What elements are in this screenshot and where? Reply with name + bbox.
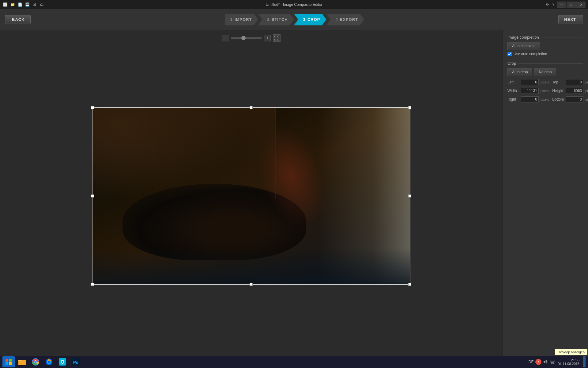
left-label: Left <box>507 80 519 84</box>
open-file-icon[interactable]: 📄 <box>17 2 23 7</box>
zoom-slider[interactable] <box>231 37 262 39</box>
step-import[interactable]: 1 IMPORT <box>225 14 258 25</box>
zoom-in-button[interactable]: + <box>264 35 271 41</box>
show-desktop-button[interactable] <box>583 356 586 367</box>
crop-section: Crop Auto crop No crop Left pixels Top p… <box>507 61 583 102</box>
svg-rect-2 <box>275 39 276 40</box>
bottom-input[interactable] <box>566 96 583 102</box>
project-icon[interactable]: 🗂 <box>39 2 45 7</box>
bottom-unit: pixels <box>585 98 588 101</box>
taskbar-photoshop[interactable]: Ps <box>70 356 82 367</box>
canvas-area[interactable]: − + <box>0 30 502 356</box>
svg-point-21 <box>62 361 63 363</box>
svg-rect-10 <box>18 360 21 361</box>
save-icon[interactable]: 💾 <box>24 2 30 7</box>
auto-complete-button[interactable]: Auto complete <box>507 42 540 50</box>
antivirus-icon: ! <box>535 359 541 365</box>
no-crop-button[interactable]: No crop <box>534 68 556 76</box>
crop-height-row: Height pixels <box>552 88 588 94</box>
camera-app-icon <box>58 358 67 366</box>
zoom-out-button[interactable]: − <box>222 35 228 41</box>
close-button[interactable]: ✕ <box>576 2 586 8</box>
left-unit: pixels <box>541 80 549 84</box>
crop-right-row: Right pixels <box>507 96 549 102</box>
step-3-label: CROP <box>307 17 320 22</box>
right-label: Right <box>507 97 519 102</box>
height-unit: pixels <box>585 89 588 93</box>
image-container[interactable] <box>92 107 410 285</box>
next-button[interactable]: NEXT <box>558 15 583 24</box>
workflow-steps: 1 IMPORT 2 STITCH 3 CROP 4 EXPORT <box>225 14 364 25</box>
fit-to-window-button[interactable] <box>273 34 281 42</box>
top-input[interactable] <box>566 79 583 85</box>
left-input[interactable] <box>521 79 539 85</box>
save-as-icon[interactable]: 🖫 <box>32 2 37 7</box>
main-content: − + <box>0 30 588 356</box>
taskbar-camera-app[interactable] <box>56 356 69 367</box>
help-icon[interactable]: ? <box>551 2 556 7</box>
height-input[interactable] <box>566 88 583 94</box>
window-controls: ⚙ ? ─ □ ✕ <box>545 2 586 8</box>
chrome-icon <box>31 358 40 366</box>
maximize-button[interactable]: □ <box>567 2 576 8</box>
step-1-label: IMPORT <box>235 17 252 22</box>
step-1-number: 1 <box>230 17 233 22</box>
step-stitch[interactable]: 2 STITCH <box>258 14 294 25</box>
crop-buttons: Auto crop No crop <box>507 68 583 76</box>
svg-point-15 <box>34 361 37 363</box>
right-unit: pixels <box>541 98 549 101</box>
svg-rect-0 <box>275 36 276 37</box>
start-button[interactable] <box>2 356 15 367</box>
windows-logo-icon <box>5 358 12 365</box>
taskbar-file-explorer[interactable] <box>16 356 28 367</box>
settings-icon[interactable]: ⚙ <box>545 2 550 7</box>
step-crop[interactable]: 3 CROP <box>294 14 326 25</box>
back-button[interactable]: BACK <box>5 15 31 24</box>
top-unit: pixels <box>585 80 588 84</box>
minimize-button[interactable]: ─ <box>557 2 566 8</box>
svg-rect-25 <box>551 362 554 364</box>
width-label: Width <box>507 89 519 93</box>
fit-icon <box>274 36 279 40</box>
crop-top-row: Top pixels <box>552 79 588 85</box>
crop-fields: Left pixels Top pixels Width pixels <box>507 79 583 102</box>
height-label: Height <box>552 89 564 93</box>
window-title: Untitled* - Image Composite Editor <box>266 2 322 7</box>
navigation-bar: BACK 1 IMPORT 2 STITCH 3 CROP 4 EXPORT N… <box>0 9 588 30</box>
floor <box>92 248 410 285</box>
width-unit: pixels <box>541 89 549 93</box>
taskbar-left: Ps <box>2 356 82 367</box>
step-4-label: EXPORT <box>340 17 358 22</box>
desktop-tooltip: Desktop anzeigen <box>555 349 587 355</box>
taskbar-right: DE ! 21:55 Di, 11.08.2015 <box>529 356 586 367</box>
titlebar-file-icons: ⬜ 📁 📄 💾 🖫 🗂 <box>2 2 45 7</box>
step-3-number: 3 <box>303 17 306 22</box>
right-input[interactable] <box>521 96 539 102</box>
open-folder-icon[interactable]: 📁 <box>10 2 15 7</box>
step-2-number: 2 <box>267 17 270 22</box>
right-panel: Image completion Auto complete Use auto … <box>502 30 588 356</box>
new-icon[interactable]: ⬜ <box>2 2 8 7</box>
taskbar-firefox[interactable] <box>43 356 55 367</box>
network-icon <box>550 359 555 364</box>
clock-time: 21:55 <box>557 358 579 362</box>
step-4-number: 4 <box>335 17 338 22</box>
language-indicator: DE <box>529 360 534 364</box>
svg-rect-6 <box>6 362 8 365</box>
width-input[interactable] <box>521 88 539 94</box>
svg-rect-24 <box>544 361 544 362</box>
taskbar-chrome[interactable] <box>29 356 42 367</box>
auto-crop-button[interactable]: Auto crop <box>507 68 532 76</box>
use-auto-completion-label: Use auto completion <box>514 52 547 56</box>
crop-section-title: Crop <box>507 61 583 66</box>
panorama-image <box>92 107 410 285</box>
step-export[interactable]: 4 EXPORT <box>326 14 364 25</box>
image-completion-section: Image completion Auto complete Use auto … <box>507 35 583 56</box>
photoshop-icon: Ps <box>72 358 80 366</box>
firefox-icon <box>45 358 53 366</box>
titlebar: ⬜ 📁 📄 💾 🖫 🗂 Untitled* - Image Composite … <box>0 0 588 9</box>
file-explorer-icon <box>18 358 26 366</box>
crop-width-row: Width pixels <box>507 88 549 94</box>
use-auto-completion-checkbox[interactable] <box>507 52 512 56</box>
svg-rect-3 <box>278 39 279 40</box>
